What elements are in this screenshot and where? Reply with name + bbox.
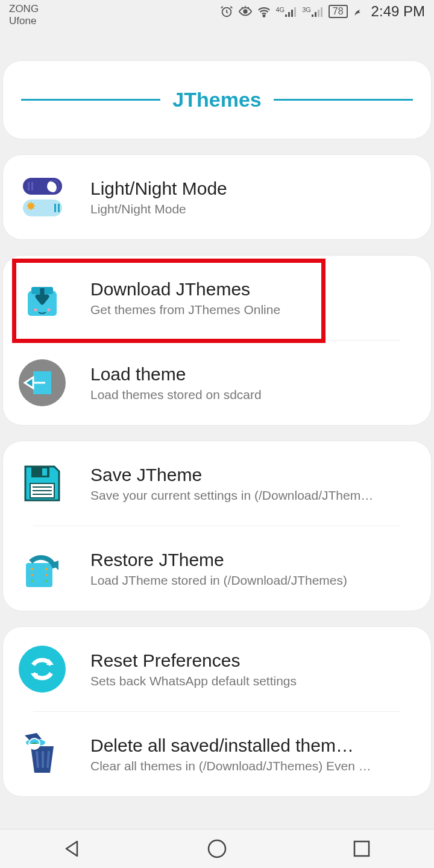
card-save-restore: Save JTheme Save your current settings i… xyxy=(2,441,432,611)
svg-line-31 xyxy=(37,751,38,768)
svg-point-24 xyxy=(31,574,33,576)
card-mode: Light/Night Mode Light/Night Mode xyxy=(2,154,432,240)
svg-rect-5 xyxy=(291,10,293,17)
item-subtitle: Light/Night Mode xyxy=(90,202,374,216)
save-theme-item[interactable]: Save JTheme Save your current settings i… xyxy=(3,441,431,526)
svg-point-26 xyxy=(45,568,48,570)
battery-icon: 78 xyxy=(329,5,348,18)
navigation-bar xyxy=(0,829,434,868)
page-title: JThemes xyxy=(172,88,261,112)
status-icons: 4G 3G 78 2:49 PM xyxy=(220,3,425,20)
light-night-item[interactable]: Light/Night Mode Light/Night Mode xyxy=(3,155,431,239)
item-title: Delete all saved/installed them… xyxy=(90,735,413,756)
svg-rect-9 xyxy=(318,10,319,17)
svg-rect-36 xyxy=(354,841,369,856)
svg-point-12 xyxy=(34,309,37,312)
light-night-icon xyxy=(18,173,66,221)
page-header: JThemes xyxy=(2,60,432,139)
trash-icon xyxy=(18,730,66,778)
svg-point-28 xyxy=(45,580,48,582)
svg-point-1 xyxy=(244,10,248,13)
svg-point-35 xyxy=(209,840,225,857)
header-line-left xyxy=(21,99,160,101)
signal-4g-icon: 4G xyxy=(275,6,297,17)
item-subtitle: Load JTheme stored in (/Download/JThemes… xyxy=(90,573,374,588)
item-subtitle: Load themes stored on sdcard xyxy=(90,388,374,402)
svg-point-23 xyxy=(31,568,33,570)
svg-point-13 xyxy=(48,309,51,312)
status-time: 2:49 PM xyxy=(371,3,425,20)
carrier-2: Ufone xyxy=(9,15,39,27)
card-reset-delete: Reset Preferences Sets back WhatsApp def… xyxy=(2,626,432,797)
item-title: Save JTheme xyxy=(90,465,413,485)
recent-button[interactable] xyxy=(350,837,374,861)
signal-3g-icon: 3G xyxy=(302,6,324,17)
item-title: Reset Preferences xyxy=(90,650,413,671)
delete-themes-item[interactable]: Delete all saved/installed them… Clear a… xyxy=(3,712,431,796)
reset-preferences-item[interactable]: Reset Preferences Sets back WhatsApp def… xyxy=(3,627,431,711)
eye-icon xyxy=(238,5,253,18)
svg-rect-8 xyxy=(315,12,316,17)
download-themes-item[interactable]: Download JThemes Get themes from JThemes… xyxy=(3,256,431,340)
svg-rect-6 xyxy=(294,7,296,17)
svg-line-33 xyxy=(48,751,49,768)
svg-rect-22 xyxy=(26,563,52,587)
svg-rect-17 xyxy=(42,468,47,476)
back-button[interactable] xyxy=(60,837,84,861)
item-title: Load theme xyxy=(90,364,413,385)
leaf-icon xyxy=(353,6,363,17)
header-line-right xyxy=(274,99,413,101)
item-title: Download JThemes xyxy=(90,279,413,300)
item-title: Light/Night Mode xyxy=(90,178,413,199)
alarm-icon xyxy=(220,5,233,18)
svg-rect-3 xyxy=(285,14,287,17)
svg-rect-10 xyxy=(321,7,322,17)
restore-icon xyxy=(18,544,66,593)
item-subtitle: Clear all themes in (/Download/JThemes) … xyxy=(90,759,374,773)
refresh-icon xyxy=(18,645,66,693)
floppy-icon xyxy=(18,459,66,508)
item-subtitle: Sets back WhatsApp default settings xyxy=(90,674,374,688)
card-download-load: Download JThemes Get themes from JThemes… xyxy=(2,255,432,426)
item-subtitle: Save your current settings in (/Download… xyxy=(90,488,374,503)
item-title: Restore JTheme xyxy=(90,550,413,570)
svg-point-2 xyxy=(263,15,265,17)
home-button[interactable] xyxy=(205,837,229,861)
svg-point-27 xyxy=(45,574,48,576)
svg-point-25 xyxy=(31,580,33,582)
svg-rect-4 xyxy=(288,12,290,17)
wifi-icon xyxy=(257,5,271,18)
restore-theme-item[interactable]: Restore JTheme Load JTheme stored in (/D… xyxy=(3,526,431,611)
status-carriers: ZONG Ufone xyxy=(9,3,39,28)
load-theme-item[interactable]: Load theme Load themes stored on sdcard xyxy=(3,341,431,425)
svg-point-29 xyxy=(19,646,66,693)
load-icon xyxy=(18,359,66,407)
status-bar: ZONG Ufone 4G 3G 78 2:49 PM xyxy=(0,0,434,30)
carrier-1: ZONG xyxy=(9,3,39,15)
download-icon xyxy=(18,274,66,322)
svg-rect-7 xyxy=(312,14,313,17)
item-subtitle: Get themes from JThemes Online xyxy=(90,303,374,317)
